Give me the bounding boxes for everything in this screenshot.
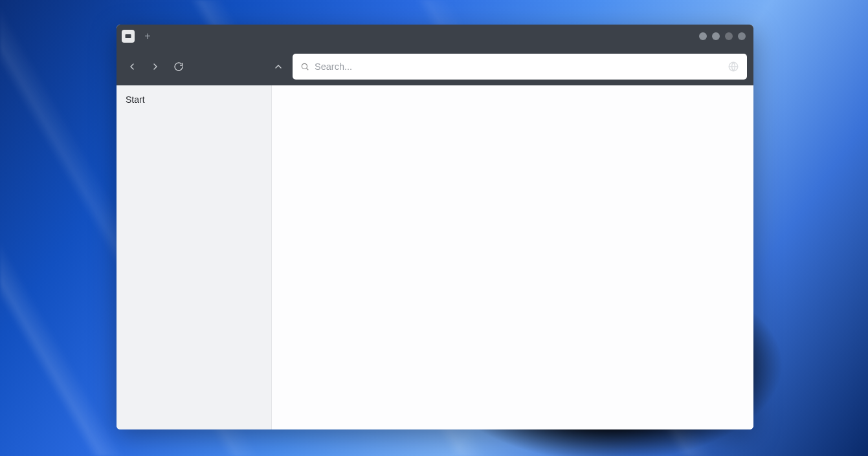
- svg-rect-0: [126, 34, 131, 38]
- reload-icon: [173, 61, 184, 72]
- svg-point-1: [302, 63, 307, 69]
- sidebar-item-label: Start: [126, 94, 145, 105]
- window-control-2[interactable]: [712, 32, 720, 40]
- address-bar[interactable]: [293, 54, 747, 80]
- window-control-1[interactable]: [699, 32, 707, 40]
- plus-icon: +: [144, 31, 150, 41]
- sidebar-toggle-button[interactable]: [269, 58, 287, 76]
- window-controls: [699, 32, 748, 40]
- chevron-up-icon: [273, 61, 284, 72]
- sidebar-item-start[interactable]: Start: [124, 92, 263, 107]
- reload-button[interactable]: [170, 58, 188, 76]
- sidebar: Start: [117, 85, 272, 429]
- search-input[interactable]: [315, 61, 722, 72]
- globe-icon: [728, 61, 739, 72]
- svg-line-2: [307, 69, 309, 71]
- window-control-4[interactable]: [738, 32, 746, 40]
- app-icon: [122, 30, 135, 43]
- browser-window: + Start: [117, 25, 753, 429]
- titlebar: +: [117, 25, 753, 48]
- chevron-right-icon: [150, 61, 161, 72]
- body-area: Start: [117, 85, 753, 429]
- search-icon: [300, 62, 309, 71]
- toolbar: [117, 48, 753, 85]
- content-pane: [272, 85, 753, 429]
- forward-button[interactable]: [146, 58, 164, 76]
- back-button[interactable]: [123, 58, 141, 76]
- window-control-3[interactable]: [725, 32, 733, 40]
- new-tab-button[interactable]: +: [141, 30, 154, 43]
- chevron-left-icon: [127, 61, 137, 72]
